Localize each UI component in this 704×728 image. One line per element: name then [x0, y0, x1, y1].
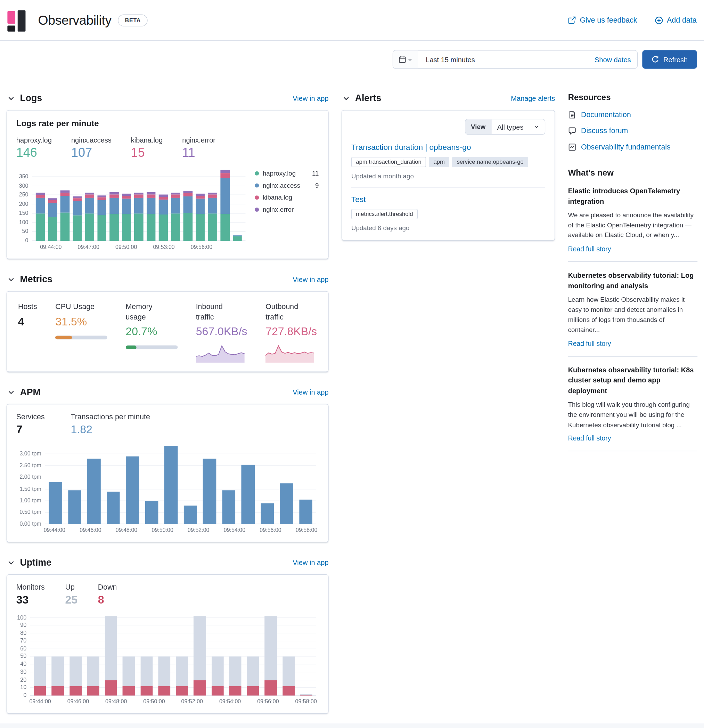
alert-updated-text: Updated a month ago [351, 172, 545, 179]
alert-link-test[interactable]: Test [351, 195, 366, 204]
memory-usage-stat: Memory usage 20.7% [126, 302, 178, 363]
external-link-icon [568, 16, 576, 25]
apm-section: APM View in app Services 7 Transactions … [7, 387, 329, 542]
logs-stat-kibana: kibana.log 15 [131, 136, 163, 160]
discuss-forum-link[interactable]: Discuss forum [568, 127, 698, 135]
calendar-icon [398, 56, 406, 63]
metrics-stats-row: Hosts 4 CPU Usage 31.5% Memory usage [16, 300, 319, 363]
chevron-down-icon [7, 559, 14, 566]
chevron-down-icon [408, 57, 413, 62]
refresh-icon [652, 56, 659, 63]
chevron-down-icon [7, 95, 14, 102]
metrics-panel: Hosts 4 CPU Usage 31.5% Memory usage [7, 291, 329, 372]
news-item: Kubernetes observability tutorial: K8s c… [568, 365, 698, 451]
logs-rate-chart: 05010015020025030035009:44:0009:47:0009:… [16, 166, 248, 250]
alert-type-selected-value: All types [497, 123, 524, 131]
cpu-usage-stat: CPU Usage 31.5% [55, 302, 107, 363]
resource-links: Documentation Discuss forum Observabilit… [568, 111, 698, 152]
page-title: Observability [38, 13, 111, 28]
logs-view-in-app-link[interactable]: View in app [293, 94, 328, 102]
apm-section-title: APM [20, 387, 40, 398]
alert-updated-text: Updated 6 days ago [351, 224, 545, 231]
news-title: Kubernetes observability tutorial: K8s c… [568, 365, 698, 396]
logs-stat-nginx-access: nginx.access 107 [71, 136, 111, 160]
fundamentals-icon [568, 143, 577, 151]
refresh-button[interactable]: Refresh [642, 50, 697, 68]
alert-link-transaction-duration[interactable]: Transaction duration | opbeans-go [351, 143, 471, 152]
logs-chart-row: 05010015020025030035009:44:0009:47:0009:… [16, 166, 319, 250]
app-header: Observability BETA Give us feedback Add … [0, 0, 704, 41]
beta-badge: BETA [118, 14, 148, 26]
alert-badges: metrics.alert.threshold [351, 209, 545, 219]
news-body: Learn how Elastic Observability makes it… [568, 295, 698, 335]
apm-view-in-app-link[interactable]: View in app [293, 389, 328, 396]
legend-item-nginx-error[interactable]: nginx.error [255, 206, 319, 213]
apm-section-header: APM View in app [7, 387, 329, 398]
transactions-per-minute-stat: Transactions per minute 1.82 [71, 413, 150, 436]
alert-type-select[interactable]: All types [492, 119, 545, 134]
read-full-story-link[interactable]: Read full story [568, 339, 611, 347]
alert-badge: apm [429, 157, 449, 167]
plus-circle-icon [655, 16, 663, 25]
manage-alerts-link[interactable]: Manage alerts [511, 94, 555, 102]
comment-icon [568, 127, 577, 135]
give-feedback-link[interactable]: Give us feedback [568, 16, 637, 25]
legend-dot [255, 183, 259, 188]
chevron-down-icon [7, 389, 14, 396]
documentation-link[interactable]: Documentation [568, 111, 698, 119]
legend-item-kibana[interactable]: kibana.log [255, 194, 319, 201]
apm-stats-row: Services 7 Transactions per minute 1.82 [16, 413, 319, 436]
query-toolbar: Last 15 minutes Show dates Refresh [0, 41, 704, 69]
logo-small-bar [7, 25, 15, 31]
hosts-stat: Hosts 4 [18, 302, 37, 363]
refresh-label: Refresh [664, 56, 688, 64]
uptime-section-header: Uptime View in app [7, 557, 329, 568]
document-icon [568, 111, 577, 119]
logs-stat-haproxy: haproxy.log 146 [16, 136, 52, 160]
logs-section-header: Logs View in app [7, 93, 329, 104]
alert-item: Test metrics.alert.threshold Updated 6 d… [351, 195, 545, 232]
logo-dark-bar [18, 10, 26, 31]
header-actions: Give us feedback Add data [568, 16, 697, 25]
news-body: This blog will walk you through configur… [568, 400, 698, 430]
alerts-collapse-button[interactable] [342, 94, 351, 103]
observability-fundamentals-link[interactable]: Observability fundamentals [568, 143, 698, 151]
next-section-strip [0, 724, 704, 728]
alerts-panel: View All types Transaction duration | op… [342, 110, 555, 241]
news-divider [568, 261, 698, 262]
read-full-story-link[interactable]: Read full story [568, 435, 611, 442]
uptime-section: Uptime View in app Monitors 33 Up 25 [7, 557, 329, 714]
add-data-link[interactable]: Add data [655, 16, 696, 25]
super-date-picker: Last 15 minutes Show dates [392, 50, 638, 68]
apm-transactions-chart: 0.00 tpm0.50 tpm1.00 tpm1.50 tpm2.00 tpm… [16, 442, 319, 533]
uptime-collapse-button[interactable] [7, 558, 16, 568]
alert-type-filter: View All types [465, 119, 545, 134]
legend-item-haproxy[interactable]: haproxy.log 11 [255, 169, 319, 176]
metrics-section: Metrics View in app Hosts 4 CPU Usage 31… [7, 274, 329, 372]
uptime-view-in-app-link[interactable]: View in app [293, 559, 328, 567]
read-full-story-link[interactable]: Read full story [568, 245, 611, 253]
observability-logo-icon [7, 9, 27, 31]
apm-collapse-button[interactable] [7, 388, 16, 397]
inbound-traffic-stat: Inbound traffic 567.0KB/s [196, 302, 247, 363]
legend-item-nginx-access[interactable]: nginx.access 9 [255, 182, 319, 189]
logs-chart-title: Logs rate per minute [16, 119, 319, 129]
alerts-section: Alerts Manage alerts View All types [342, 93, 555, 241]
view-filter-label: View [465, 119, 492, 134]
inbound-traffic-sparkline [196, 342, 245, 363]
logs-stats-row: haproxy.log 146 nginx.access 107 kibana.… [16, 136, 319, 160]
metrics-view-in-app-link[interactable]: View in app [293, 275, 328, 283]
chevron-down-icon [7, 276, 14, 283]
alerts-section-title: Alerts [355, 93, 382, 104]
logs-panel: Logs rate per minute haproxy.log 146 ngi… [7, 110, 329, 259]
time-range-value[interactable]: Last 15 minutes [418, 56, 594, 64]
logs-section-title: Logs [20, 93, 42, 104]
uptime-stats-row: Monitors 33 Up 25 Down 8 [16, 584, 319, 607]
date-quick-select-button[interactable] [393, 51, 418, 68]
outbound-traffic-stat: Outbound traffic 727.8KB/s [265, 302, 317, 363]
metrics-collapse-button[interactable] [7, 274, 16, 284]
services-stat: Services 7 [16, 413, 45, 436]
logs-collapse-button[interactable] [7, 94, 16, 103]
show-dates-button[interactable]: Show dates [594, 56, 637, 64]
metrics-section-title: Metrics [20, 274, 52, 285]
